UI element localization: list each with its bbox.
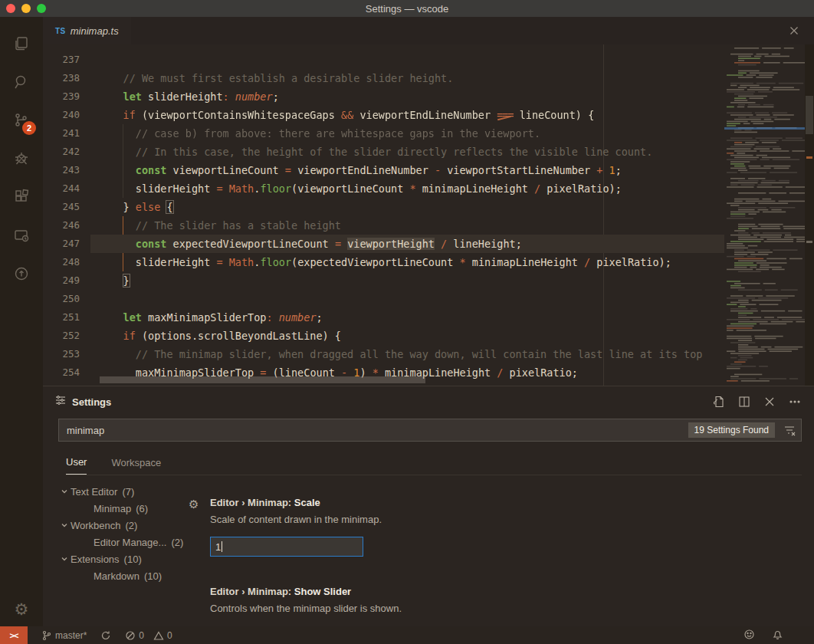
settings-scope-tabs: UserWorkspace bbox=[66, 451, 802, 475]
tab-minimap-ts[interactable]: TS minimap.ts bbox=[43, 17, 131, 44]
code-line[interactable]: let maxMinimapSliderTop: number; bbox=[90, 308, 724, 327]
line-number[interactable]: 243 bbox=[43, 161, 90, 179]
settings-header: Settings bbox=[43, 386, 814, 417]
debug-icon[interactable] bbox=[5, 140, 38, 178]
open-settings-json-icon[interactable] bbox=[712, 395, 726, 409]
code-line[interactable]: // The minimap slider, when dragged all … bbox=[90, 345, 724, 363]
line-number[interactable]: 242 bbox=[43, 143, 90, 161]
line-number[interactable]: 240 bbox=[43, 106, 90, 124]
tab-label: minimap.ts bbox=[71, 25, 119, 37]
manage-gear-icon[interactable]: ⚙ bbox=[15, 593, 29, 626]
results-count-badge: 19 Settings Found bbox=[688, 422, 775, 438]
line-number[interactable]: 251 bbox=[43, 308, 90, 327]
code-line[interactable]: const expectedViewportLineCount = viewpo… bbox=[90, 235, 724, 253]
line-number[interactable]: 246 bbox=[43, 216, 90, 235]
minimap[interactable] bbox=[724, 44, 805, 386]
line-number[interactable]: 238 bbox=[43, 69, 90, 87]
remote-indicator[interactable]: >< bbox=[0, 626, 28, 644]
line-number[interactable]: 241 bbox=[43, 124, 90, 143]
scrollbar-slider[interactable] bbox=[806, 96, 813, 134]
setting-gear-icon[interactable]: ⚙ bbox=[189, 497, 210, 557]
extensions-icon[interactable] bbox=[5, 178, 38, 216]
problems-status[interactable]: 0 0 bbox=[125, 630, 172, 641]
toc-item-text-editor[interactable]: Text Editor(7) bbox=[58, 483, 189, 500]
horizontal-scrollbar[interactable] bbox=[100, 376, 425, 383]
feedback-smiley-icon[interactable] bbox=[743, 629, 755, 642]
line-number[interactable]: 237 bbox=[43, 51, 90, 69]
line-number[interactable]: 247 bbox=[43, 235, 90, 253]
setting-description: Controls when the minimap slider is show… bbox=[210, 603, 814, 619]
line-number[interactable]: 253 bbox=[43, 345, 90, 363]
sync-circle-icon[interactable] bbox=[5, 255, 38, 293]
code-line[interactable]: // case b) from above: there are whitesp… bbox=[90, 124, 724, 143]
setting-gear-icon[interactable] bbox=[189, 586, 210, 619]
notifications-bell-icon[interactable] bbox=[772, 629, 783, 642]
code-line[interactable]: let sliderHeight: number; bbox=[90, 87, 724, 106]
activity-bar: 2 ⚙ bbox=[0, 17, 43, 626]
line-number[interactable]: 244 bbox=[43, 179, 90, 198]
code-line[interactable] bbox=[90, 51, 724, 69]
editor-gutter: 2372382392402412422432442452462472482492… bbox=[43, 44, 90, 386]
line-number[interactable]: 249 bbox=[43, 271, 90, 290]
code-line[interactable]: // We must first establish a desirable s… bbox=[90, 69, 724, 87]
code-editor[interactable]: 2372382392402412422432442452462472482492… bbox=[43, 44, 814, 386]
typescript-file-icon: TS bbox=[55, 27, 66, 35]
code-line[interactable]: if (viewportContainsWhitespaceGaps && vi… bbox=[90, 106, 724, 124]
clear-filters-icon[interactable] bbox=[783, 423, 796, 437]
settings-editor: Settings bbox=[43, 386, 814, 626]
search-query: minimap bbox=[67, 425, 688, 436]
scope-tab-workspace[interactable]: Workspace bbox=[111, 457, 161, 475]
close-editor-icon[interactable] bbox=[788, 25, 800, 37]
code-line[interactable] bbox=[90, 290, 724, 308]
setting-description: Scale of content drawn in the minimap. bbox=[210, 514, 814, 531]
code-line[interactable]: const viewportLineCount = viewportEndLin… bbox=[90, 161, 724, 179]
code-line[interactable]: } else { bbox=[90, 198, 724, 216]
line-number[interactable]: 250 bbox=[43, 290, 90, 308]
line-number[interactable]: 239 bbox=[43, 87, 90, 106]
line-number[interactable]: 254 bbox=[43, 363, 90, 382]
toc-item-minimap[interactable]: Minimap(6) bbox=[58, 500, 189, 517]
line-number[interactable]: 248 bbox=[43, 253, 90, 271]
settings-sliders-icon bbox=[55, 395, 66, 409]
overview-mark bbox=[806, 241, 812, 243]
code-line[interactable]: // The slider has a stable height bbox=[90, 216, 724, 235]
toc-item-editor-manage-[interactable]: Editor Manage...(2) bbox=[58, 534, 189, 550]
explorer-icon[interactable] bbox=[5, 25, 38, 63]
toc-item-markdown[interactable]: Markdown(10) bbox=[58, 567, 189, 584]
code-line[interactable]: sliderHeight = Math.floor(viewportLineCo… bbox=[90, 179, 724, 198]
more-actions-icon[interactable] bbox=[788, 395, 802, 409]
line-number[interactable]: 252 bbox=[43, 327, 90, 345]
setting-title: Editor › Minimap: Show Slider bbox=[210, 586, 814, 603]
close-panel-icon[interactable] bbox=[763, 395, 776, 409]
minimap-current-line bbox=[724, 127, 805, 130]
toc-item-extensions[interactable]: Extensions(10) bbox=[58, 550, 189, 567]
titlebar: Settings — vscode bbox=[0, 0, 814, 17]
search-icon[interactable] bbox=[5, 63, 38, 101]
code-line[interactable]: } bbox=[90, 271, 724, 290]
overview-ruler[interactable] bbox=[805, 44, 814, 386]
error-count: 0 bbox=[139, 630, 144, 641]
code-line[interactable]: sliderHeight = Math.floor(expectedViewpo… bbox=[90, 253, 724, 271]
text-caret bbox=[222, 541, 222, 552]
split-editor-icon[interactable] bbox=[737, 395, 751, 409]
code-line[interactable]: // In this case, the height of the slide… bbox=[90, 143, 724, 161]
setting-value-input[interactable]: 1 bbox=[210, 537, 363, 557]
line-number[interactable]: 245 bbox=[43, 198, 90, 216]
code-area[interactable]: // We must first establish a desirable s… bbox=[90, 44, 724, 386]
scm-badge: 2 bbox=[22, 121, 36, 135]
code-line[interactable]: if (options.scrollBeyondLastLine) { bbox=[90, 327, 724, 345]
git-branch-status[interactable]: master* bbox=[41, 630, 87, 641]
remote-explorer-icon[interactable] bbox=[5, 216, 38, 255]
settings-search-input[interactable]: minimap 19 Settings Found bbox=[58, 419, 802, 442]
setting-title: Editor › Minimap: Scale bbox=[210, 497, 814, 514]
sync-status[interactable] bbox=[100, 630, 111, 641]
overview-mark bbox=[806, 156, 812, 159]
chevron-down-icon bbox=[58, 553, 71, 565]
chevron-down-icon bbox=[58, 485, 71, 498]
source-control-icon[interactable]: 2 bbox=[5, 101, 38, 140]
settings-list: ⚙Editor › Minimap: ScaleScale of content… bbox=[189, 475, 814, 626]
settings-title: Settings bbox=[72, 396, 111, 408]
scope-tab-user[interactable]: User bbox=[66, 456, 87, 475]
branch-name: master* bbox=[55, 630, 87, 641]
toc-item-workbench[interactable]: Workbench(2) bbox=[58, 517, 189, 534]
